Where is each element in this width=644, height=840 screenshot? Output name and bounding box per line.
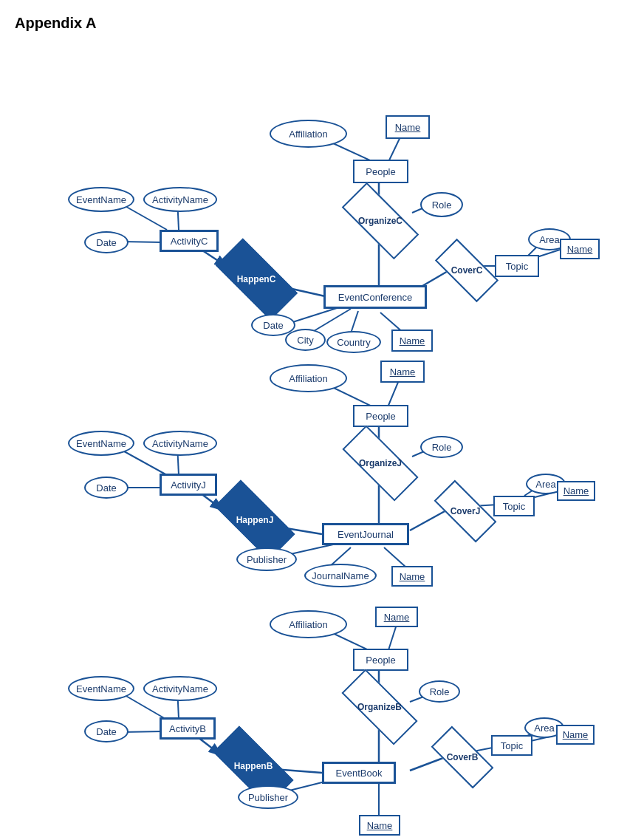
- organizeJ-node: OrganizeJ: [332, 444, 428, 482]
- name3-node: Name: [375, 607, 418, 627]
- coverJ-node: CoverJ: [430, 494, 501, 529]
- organizeC-node: OrganizeC: [332, 200, 428, 241]
- affiliation2-node: Affiliation: [270, 364, 347, 392]
- people2-node: People: [353, 405, 408, 427]
- nameT3-node: Name: [556, 725, 595, 745]
- eventJournal-node: EventJournal: [322, 523, 409, 545]
- name2-node: Name: [380, 361, 425, 383]
- activityB-node: ActivityB: [160, 717, 216, 740]
- topic3-node: Topic: [491, 735, 532, 756]
- eventName3-node: EventName: [68, 676, 134, 701]
- topic2-node: Topic: [493, 496, 535, 516]
- eventName2-node: EventName: [68, 431, 134, 456]
- happenJ-node: HappenJ: [207, 499, 303, 542]
- topic1-node: Topic: [495, 255, 539, 277]
- svg-line-12: [351, 311, 358, 333]
- activityName1-node: ActivityName: [143, 187, 217, 212]
- svg-line-11: [310, 309, 351, 333]
- city1-node: City: [285, 329, 326, 351]
- activityJ-node: ActivityJ: [160, 474, 217, 496]
- date1a-node: Date: [84, 231, 129, 253]
- page-title: Appendix A: [15, 15, 629, 32]
- affiliation1-node: Affiliation: [270, 120, 347, 148]
- organizeB-node: OrganizeB: [332, 688, 427, 726]
- country1-node: Country: [326, 331, 381, 353]
- svg-line-30: [384, 547, 406, 567]
- activityC-node: ActivityC: [160, 230, 219, 252]
- activityName3-node: ActivityName: [143, 676, 217, 701]
- publisher2-node: Publisher: [238, 785, 298, 809]
- eventName1-node: EventName: [68, 187, 134, 212]
- nameT2-node: Name: [557, 481, 595, 501]
- happenC-node: HappenC: [208, 257, 304, 301]
- nameEB-node: Name: [359, 815, 400, 836]
- coverC-node: CoverC: [430, 252, 504, 289]
- date2a-node: Date: [84, 477, 129, 499]
- nameT1-node: Name: [560, 239, 600, 259]
- affiliation3-node: Affiliation: [270, 610, 347, 638]
- nameEJ-node: Name: [391, 566, 433, 587]
- publisher1-node: Publisher: [236, 547, 297, 571]
- name1-node: Name: [386, 115, 430, 139]
- diagram: Affiliation Name People Role OrganizeC E…: [15, 39, 635, 837]
- eventBook-node: EventBook: [322, 762, 396, 784]
- people1-node: People: [353, 160, 408, 183]
- happenB-node: HappenB: [205, 745, 301, 788]
- activityName2-node: ActivityName: [143, 431, 217, 456]
- eventConference-node: EventConference: [323, 285, 427, 309]
- coverB-node: CoverB: [427, 740, 498, 775]
- nameEC-node: Name: [391, 329, 433, 352]
- people3-node: People: [353, 649, 408, 671]
- journalName-node: JournalName: [304, 564, 377, 587]
- date3a-node: Date: [84, 720, 129, 742]
- page: Appendix A: [0, 0, 644, 840]
